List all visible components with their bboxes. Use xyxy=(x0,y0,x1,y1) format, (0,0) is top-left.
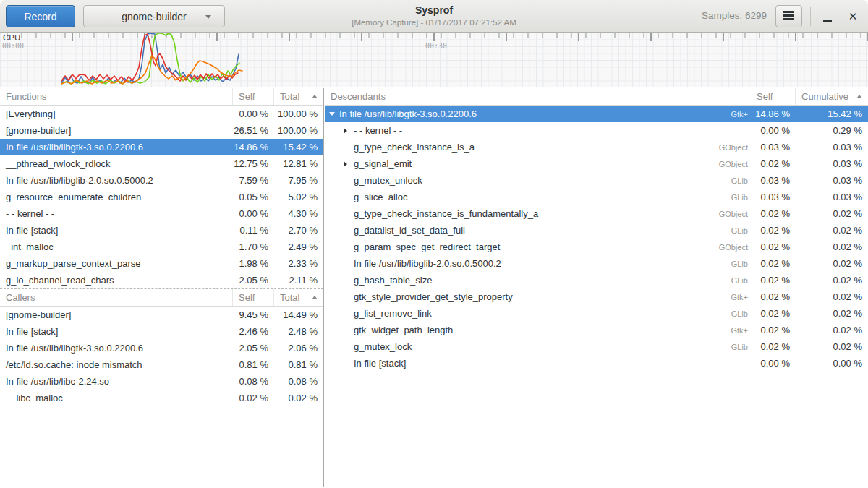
cumulative-percent: 0.02 % xyxy=(796,291,868,302)
minimize-button[interactable] xyxy=(816,5,839,27)
table-row[interactable]: __libc_malloc0.02 %0.02 % xyxy=(0,390,323,406)
symbol-name: - - kernel - - xyxy=(0,208,233,219)
descendant-name-cell: g_type_check_instance_is_aGObject xyxy=(325,142,752,153)
table-row[interactable]: In file /usr/lib/libgtk-3.so.0.2200.6Gtk… xyxy=(325,106,868,122)
table-row[interactable]: g_markup_parse_context_parse1.98 %2.33 % xyxy=(0,255,323,272)
table-row[interactable]: In file /usr/lib/libgtk-3.so.0.2200.614.… xyxy=(0,139,323,155)
table-row[interactable]: g_io_channel_read_chars2.05 %2.11 % xyxy=(0,272,323,288)
cumulative-column-header[interactable]: Cumulative xyxy=(796,88,868,105)
table-row[interactable]: In file /usr/lib/libglib-2.0.so.0.5000.2… xyxy=(0,172,323,189)
table-row[interactable]: /etc/ld.so.cache: inode mismatch0.81 %0.… xyxy=(0,356,323,373)
process-selector-dropdown[interactable]: gnome-builder xyxy=(83,5,225,27)
table-row[interactable]: [Everything]0.00 %100.00 % xyxy=(0,106,323,122)
total-percent: 2.33 % xyxy=(274,258,323,269)
functions-header: Functions Self Total xyxy=(0,88,323,106)
symbol-name: g_markup_parse_context_parse xyxy=(0,258,233,269)
table-row[interactable]: _int_malloc1.70 %2.49 % xyxy=(0,239,323,255)
total-column-header[interactable]: Total xyxy=(274,289,323,306)
table-row[interactable]: g_signal_emitGObject0.02 %0.03 % xyxy=(325,155,868,172)
functions-list: [Everything]0.00 %100.00 %[gnome-builder… xyxy=(0,106,323,289)
self-percent: 0.02 % xyxy=(752,341,796,352)
table-row[interactable]: In file /usr/lib/libglib-2.0.so.0.5000.2… xyxy=(325,255,868,272)
library-tag: Gtk+ xyxy=(731,293,752,301)
self-percent: 0.02 % xyxy=(752,241,796,252)
table-row[interactable]: In file /usr/lib/libc-2.24.so0.08 %0.08 … xyxy=(0,373,323,390)
table-row[interactable]: In file [stack]2.46 %2.48 % xyxy=(0,323,323,340)
table-row[interactable]: g_type_check_instance_is_fundamentally_a… xyxy=(325,205,868,222)
process-selector-label: gnome-builder xyxy=(122,11,187,22)
table-row[interactable]: __pthread_rwlock_rdlock12.75 %12.81 % xyxy=(0,155,323,172)
table-row[interactable]: g_hash_table_sizeGLib0.02 %0.02 % xyxy=(325,272,868,288)
descendant-name-cell: g_datalist_id_set_data_fullGLib xyxy=(325,225,752,236)
table-row[interactable]: - - kernel - -0.00 %0.29 % xyxy=(325,122,868,139)
descendant-name-cell: g_mutex_unlockGLib xyxy=(325,175,752,186)
symbol-name: In file /usr/lib/libgtk-3.so.0.2200.6 xyxy=(0,343,233,354)
table-row[interactable]: g_resource_enumerate_children0.05 %5.02 … xyxy=(0,189,323,205)
total-column-header[interactable]: Total xyxy=(274,88,323,105)
cumulative-percent: 0.00 % xyxy=(796,358,868,369)
symbol-name: gtk_style_provider_get_style_property xyxy=(354,291,513,302)
symbol-name: g_hash_table_size xyxy=(354,275,432,286)
self-percent: 0.11 % xyxy=(233,225,274,236)
table-row[interactable]: g_list_remove_linkGLib0.02 %0.02 % xyxy=(325,305,868,322)
symbol-name: g_mutex_lock xyxy=(354,341,412,352)
table-row[interactable]: g_type_check_instance_is_aGObject0.03 %0… xyxy=(325,139,868,155)
titlebar-separator xyxy=(810,7,811,26)
table-row[interactable]: g_slice_allocGLib0.03 %0.03 % xyxy=(325,189,868,205)
symbol-name: In file [stack] xyxy=(354,358,406,369)
table-row[interactable]: - - kernel - -0.00 %4.30 % xyxy=(0,205,323,222)
symbol-name: In file /usr/lib/libgtk-3.so.0.2200.6 xyxy=(339,108,477,119)
library-tag: GObject xyxy=(719,143,752,152)
functions-column-header[interactable]: Functions xyxy=(0,88,233,105)
self-percent: 9.45 % xyxy=(233,309,274,320)
menu-button[interactable] xyxy=(775,5,802,27)
self-percent: 0.08 % xyxy=(233,376,274,387)
symbol-name: g_resource_enumerate_children xyxy=(0,192,233,202)
descendants-column-header[interactable]: Descendants xyxy=(325,88,752,105)
cumulative-percent: 15.42 % xyxy=(796,108,868,119)
table-row[interactable]: g_mutex_unlockGLib0.03 %0.03 % xyxy=(325,172,868,189)
chevron-down-icon xyxy=(205,15,211,19)
table-row[interactable]: In file /usr/lib/libgtk-3.so.0.2200.62.0… xyxy=(0,340,323,356)
cumulative-percent: 0.03 % xyxy=(796,192,868,202)
library-tag: GObject xyxy=(719,210,752,218)
cumulative-percent: 0.02 % xyxy=(796,308,868,319)
self-column-header[interactable]: Self xyxy=(233,289,274,306)
table-row[interactable]: In file [stack]0.00 %0.00 % xyxy=(325,355,868,372)
self-column-header[interactable]: Self xyxy=(233,88,274,105)
table-row[interactable]: gtk_widget_path_lengthGtk+0.02 %0.02 % xyxy=(325,322,868,338)
expander-closed-icon[interactable] xyxy=(344,161,347,167)
cumulative-percent: 0.03 % xyxy=(796,142,868,153)
total-percent: 5.02 % xyxy=(274,192,323,202)
descendant-name-cell: g_type_check_instance_is_fundamentally_a… xyxy=(325,208,752,219)
descendants-header: Descendants Self Cumulative xyxy=(325,88,868,106)
total-percent: 2.49 % xyxy=(274,241,323,252)
table-row[interactable]: [gnome-builder]26.51 %100.00 % xyxy=(0,122,323,139)
callers-column-header[interactable]: Callers xyxy=(0,289,233,306)
table-row[interactable]: [gnome-builder]9.45 %14.49 % xyxy=(0,307,323,323)
symbol-name: g_io_channel_read_chars xyxy=(0,275,233,286)
time-label-start: 00:00 xyxy=(2,42,24,50)
close-button[interactable]: ✕ xyxy=(841,5,864,27)
table-row[interactable]: gtk_style_provider_get_style_propertyGtk… xyxy=(325,288,868,305)
self-percent: 0.03 % xyxy=(752,142,796,153)
cumulative-percent: 0.29 % xyxy=(796,125,868,136)
cpu-graph[interactable]: CPU 00:00 00:30 xyxy=(0,33,868,87)
expander-open-icon[interactable] xyxy=(329,112,335,116)
descendant-name-cell: In file [stack] xyxy=(325,358,752,369)
table-row[interactable]: g_mutex_lockGLib0.02 %0.02 % xyxy=(325,338,868,355)
symbol-name: g_signal_emit xyxy=(354,158,412,169)
symbol-name: [Everything] xyxy=(0,108,233,119)
record-button[interactable]: Record xyxy=(6,5,75,27)
right-panel: Descendants Self Cumulative In file /usr… xyxy=(325,88,868,488)
total-percent: 0.81 % xyxy=(274,359,323,370)
sort-ascending-icon xyxy=(312,296,318,299)
self-column-header[interactable]: Self xyxy=(752,88,796,105)
symbol-name: In file /usr/lib/libgtk-3.so.0.2200.6 xyxy=(0,142,233,153)
table-row[interactable]: g_param_spec_get_redirect_targetGObject0… xyxy=(325,239,868,255)
expander-closed-icon[interactable] xyxy=(344,128,347,134)
self-percent: 0.02 % xyxy=(233,393,274,403)
table-row[interactable]: g_datalist_id_set_data_fullGLib0.02 %0.0… xyxy=(325,222,868,239)
table-row[interactable]: In file [stack]0.11 %2.70 % xyxy=(0,222,323,239)
library-tag: GLib xyxy=(731,343,752,351)
